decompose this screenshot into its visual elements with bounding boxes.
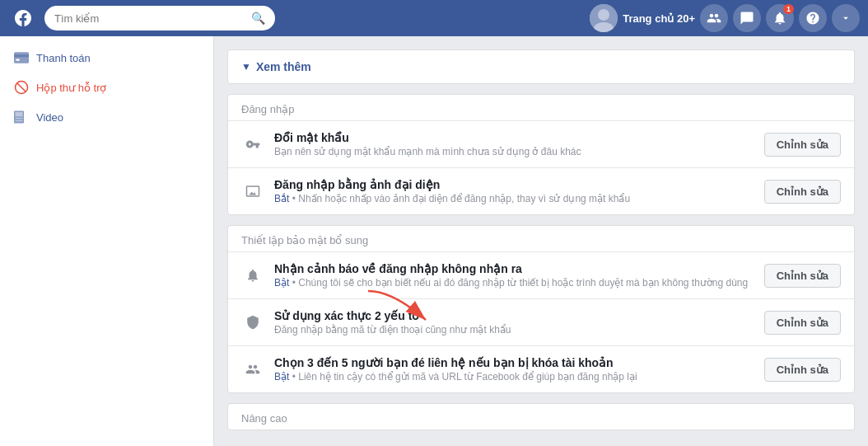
trang-chu-link[interactable]: Trang chủ 20+ <box>623 12 695 25</box>
chon-ban-be-title: Chọn 3 đến 5 người bạn đé liên hệ nếu bạ… <box>274 356 754 369</box>
dang-nhap-anh-text: Đăng nhập bằng ảnh đại diện Bắt • Nhấn h… <box>274 178 754 204</box>
sidebar-item-video-label: Video <box>36 111 63 124</box>
dang-nhap-card: Đăng nhập Đổi mật khẩu Bạn nên sử dụng m… <box>227 94 855 215</box>
doi-mat-khau-row: Đổi mật khẩu Bạn nên sử dụng mật khẩu mạ… <box>228 120 854 167</box>
bao-mat-card: Thiết lập bảo mật bổ sung Nhận cảnh báo … <box>227 225 855 393</box>
key-icon <box>241 133 264 156</box>
svg-rect-11 <box>16 120 23 122</box>
canh-bao-title: Nhận cảnh báo về đăng nhập không nhận ra <box>274 262 754 275</box>
xem-them-card: ▼ Xem thêm <box>227 49 855 84</box>
bat-label-2: Bật <box>274 277 289 289</box>
dang-nhap-anh-edit-button[interactable]: Chỉnh sửa <box>764 180 841 204</box>
sidebar-item-video[interactable]: Video <box>0 102 213 132</box>
svg-rect-9 <box>16 112 23 116</box>
canh-bao-edit-button[interactable]: Chỉnh sửa <box>764 264 841 288</box>
chon-ban-be-row: Chọn 3 đến 5 người bạn đé liên hệ nếu bạ… <box>228 345 854 392</box>
main-content: ▼ Xem thêm Đăng nhập Đổi mật khẩu Bạn nê… <box>214 36 868 446</box>
bao-mat-header: Thiết lập bảo mật bổ sung <box>228 226 854 251</box>
canh-bao-row: Nhận cảnh báo về đăng nhập không nhận ra… <box>228 251 854 298</box>
friend-requests-button[interactable] <box>700 4 728 32</box>
photo-icon <box>241 180 264 203</box>
svg-point-1 <box>598 9 609 21</box>
doi-mat-khau-edit-button[interactable]: Chỉnh sửa <box>764 133 841 157</box>
chon-ban-be-text: Chọn 3 đến 5 người bạn đé liên hệ nếu bạ… <box>274 356 754 383</box>
video-icon <box>13 109 30 125</box>
help-button[interactable] <box>799 4 827 32</box>
dang-nhap-anh-desc: Bắt • Nhấn hoặc nhấp vào ảnh đại diện để… <box>274 193 754 204</box>
sidebar-item-support[interactable]: Hộp thư hỗ trợ <box>0 73 213 102</box>
sidebar: Thanh toán Hộp thư hỗ trợ Video <box>0 36 214 446</box>
xac-thuc-title: Sử dụng xác thực 2 yếu tố <box>274 309 754 322</box>
bat-label-3: Bật <box>274 371 289 383</box>
xac-thuc-desc: Đăng nhập bằng mã từ điện thoại cũng như… <box>274 324 754 336</box>
xem-them-bar[interactable]: ▼ Xem thêm <box>228 50 854 83</box>
page-layout: Thanh toán Hộp thư hỗ trợ Video <box>0 36 868 446</box>
nang-cao-card: Nâng cao <box>227 403 855 430</box>
svg-rect-5 <box>16 59 20 61</box>
red-arrow-annotation <box>360 283 459 332</box>
dropdown-button[interactable] <box>832 4 860 32</box>
search-bar[interactable]: 🔍 <box>44 6 275 31</box>
sidebar-item-payment-label: Thanh toán <box>36 52 91 64</box>
svg-line-7 <box>17 83 26 92</box>
notification-badge: 1 <box>783 4 794 14</box>
avatar[interactable] <box>590 4 618 32</box>
facebook-logo[interactable] <box>8 3 38 33</box>
dang-nhap-anh-title: Đăng nhập bằng ảnh đại diện <box>274 178 754 191</box>
nav-right: Trang chủ 20+ 1 <box>590 4 860 32</box>
canh-bao-desc: Bật • Chúng tôi sẽ cho bạn biết nếu ai đ… <box>274 277 754 289</box>
doi-mat-khau-title: Đổi mật khẩu <box>274 131 754 144</box>
svg-rect-4 <box>14 54 29 57</box>
notifications-button[interactable]: 1 <box>766 4 794 32</box>
chon-ban-be-desc: Bật • Liên hệ tin cậy có thể gửi mã và U… <box>274 371 754 383</box>
xac-thuc-row: Sử dụng xác thực 2 yếu tố Đăng nhập bằng… <box>228 298 854 345</box>
top-navigation: 🔍 Trang chủ 20+ 1 <box>0 0 868 36</box>
canh-bao-text: Nhận cảnh báo về đăng nhập không nhận ra… <box>274 262 754 289</box>
nang-cao-header: Nâng cao <box>228 404 854 430</box>
support-icon <box>13 79 30 96</box>
dang-nhap-anh-desc-suffix: • Nhấn hoặc nhấp vào ảnh đại diện để đăn… <box>289 193 630 204</box>
sidebar-item-support-label: Hộp thư hỗ trợ <box>36 82 106 94</box>
xem-them-label: Xem thêm <box>256 60 311 73</box>
bat-label: Bắt <box>274 193 289 204</box>
shield-icon <box>241 311 264 334</box>
svg-rect-3 <box>14 52 29 63</box>
xac-thuc-text: Sử dụng xác thực 2 yếu tố Đăng nhập bằng… <box>274 309 754 336</box>
chon-ban-be-edit-button[interactable]: Chỉnh sửa <box>764 358 841 382</box>
doi-mat-khau-desc: Bạn nên sử dụng mật khẩu mạnh mà mình ch… <box>274 146 754 157</box>
canh-bao-desc-suffix: • Chúng tôi sẽ cho bạn biết nếu ai đó đă… <box>289 277 748 289</box>
payment-icon <box>13 49 30 66</box>
search-input[interactable] <box>54 12 251 25</box>
doi-mat-khau-text: Đổi mật khẩu Bạn nên sử dụng mật khẩu mạ… <box>274 131 754 157</box>
chevron-down-icon: ▼ <box>241 61 251 73</box>
search-icon: 🔍 <box>251 12 265 25</box>
svg-rect-10 <box>16 118 23 120</box>
messages-button[interactable] <box>733 4 761 32</box>
bell-icon <box>241 264 264 287</box>
dang-nhap-header: Đăng nhập <box>228 95 854 120</box>
chon-ban-be-desc-suffix: • Liên hệ tin cậy có thể gửi mã và URL t… <box>289 371 637 383</box>
dang-nhap-anh-row: Đăng nhập bằng ảnh đại diện Bắt • Nhấn h… <box>228 167 854 214</box>
sidebar-item-payment[interactable]: Thanh toán <box>0 43 213 73</box>
people-icon <box>241 358 264 381</box>
xac-thuc-edit-button[interactable]: Chỉnh sửa <box>764 311 841 335</box>
